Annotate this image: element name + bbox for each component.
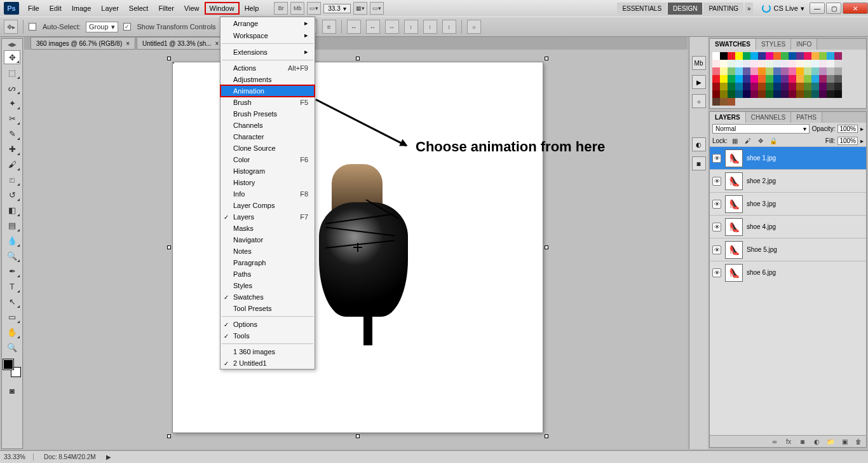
layer-thumbnail[interactable]: 👠 — [725, 149, 743, 167]
swatch[interactable] — [735, 67, 743, 75]
swatch[interactable] — [781, 75, 789, 83]
swatch[interactable] — [789, 52, 796, 60]
swatch[interactable] — [766, 90, 773, 98]
canvas-area[interactable] — [24, 50, 688, 449]
swatch[interactable] — [743, 90, 750, 98]
menu-item-options[interactable]: Options — [220, 319, 315, 330]
collapse-icon[interactable]: ◀▶ — [8, 41, 17, 48]
brush-tool[interactable]: 🖌 — [4, 157, 20, 171]
gradient-tool[interactable]: ▤ — [4, 218, 20, 232]
swatch[interactable] — [781, 90, 789, 98]
swatch[interactable] — [819, 90, 827, 98]
history-dock-icon[interactable]: ▶ — [692, 75, 706, 89]
swatch[interactable] — [750, 60, 758, 67]
move-tool[interactable]: ✥ — [4, 50, 20, 64]
layer-row[interactable]: 👁👠shoe 4.jpg — [710, 215, 866, 238]
visibility-icon[interactable]: 👁 — [712, 245, 721, 254]
menu-item-navigator[interactable]: Navigator — [220, 234, 315, 245]
swatch[interactable] — [827, 67, 834, 75]
swatch[interactable] — [811, 67, 819, 75]
menu-select[interactable]: Select — [124, 2, 154, 15]
swatch[interactable] — [796, 90, 804, 98]
swatch[interactable] — [804, 67, 811, 75]
menu-item-paths[interactable]: Paths — [220, 268, 315, 280]
workspace-essentials[interactable]: ESSENTIALS — [617, 3, 667, 15]
swatch[interactable] — [811, 52, 819, 60]
menu-item-layers[interactable]: LayersF7 — [220, 211, 315, 223]
lasso-tool[interactable]: ᔕ — [4, 81, 20, 95]
swatch[interactable] — [735, 52, 743, 60]
swatch[interactable] — [728, 83, 735, 90]
swatch[interactable] — [728, 90, 735, 98]
swatch[interactable] — [796, 75, 804, 83]
autoselect-dropdown[interactable]: Group▾ — [86, 22, 118, 32]
menu-view[interactable]: View — [179, 2, 205, 15]
minibridge-icon[interactable]: Mb — [290, 2, 304, 15]
swatch[interactable] — [773, 83, 781, 90]
layer-thumbnail[interactable]: 👠 — [725, 172, 743, 190]
swatch[interactable] — [781, 52, 789, 60]
lock-pixels-icon[interactable]: 🖌 — [743, 136, 753, 145]
swatch[interactable] — [743, 52, 750, 60]
swatch[interactable] — [728, 52, 735, 60]
fill-input[interactable]: 100% — [837, 137, 858, 145]
layer-thumbnail[interactable]: 👠 — [725, 264, 743, 282]
zoom-tool[interactable]: 🔍 — [4, 340, 20, 354]
arrange-docs-icon[interactable]: ▦▾ — [353, 2, 367, 15]
swatch[interactable] — [750, 75, 758, 83]
zoom-dropdown[interactable]: 33.3▾ — [323, 4, 350, 13]
swatch[interactable] — [720, 60, 728, 67]
minibridge-dock-icon[interactable]: Mb — [692, 56, 706, 70]
panel-tab-paths[interactable]: PATHS — [791, 112, 822, 123]
eyedropper-tool[interactable]: ✎ — [4, 127, 20, 141]
link-layers-icon[interactable]: ∞ — [770, 437, 780, 446]
swatch[interactable] — [743, 67, 750, 75]
maximize-button[interactable]: ▢ — [826, 3, 841, 14]
swatch[interactable] — [758, 90, 766, 98]
doc-tab[interactable]: Untitled1 @ 33.3% (sh...× — [137, 37, 224, 50]
swatch[interactable] — [781, 60, 789, 67]
swatch[interactable] — [773, 67, 781, 75]
distribute-icon[interactable]: ↔ — [347, 20, 361, 34]
menu-item-adjustments[interactable]: Adjustments — [220, 74, 315, 85]
swatch[interactable] — [796, 60, 804, 67]
lock-all-icon[interactable]: 🔒 — [768, 136, 778, 145]
swatch[interactable] — [811, 83, 819, 90]
swatch[interactable] — [827, 52, 834, 60]
minimize-button[interactable]: — — [810, 3, 825, 14]
swatch[interactable] — [766, 83, 773, 90]
swatch[interactable] — [758, 67, 766, 75]
swatch[interactable] — [735, 60, 743, 67]
swatch[interactable] — [804, 52, 811, 60]
workspace-painting[interactable]: PAINTING — [703, 3, 743, 15]
swatch[interactable] — [758, 60, 766, 67]
swatch[interactable] — [758, 75, 766, 83]
swatch[interactable] — [781, 83, 789, 90]
swatch[interactable] — [827, 90, 834, 98]
auto-align-icon[interactable]: ⟐ — [467, 20, 481, 34]
swatch[interactable] — [712, 52, 720, 60]
layer-mask-icon[interactable]: ◙ — [797, 437, 808, 446]
swatch[interactable] — [811, 60, 819, 67]
group-icon[interactable]: 📁 — [825, 437, 836, 446]
workspace-more[interactable]: » — [745, 3, 754, 15]
marquee-tool[interactable]: ⬚ — [4, 66, 20, 79]
menu-item-brush[interactable]: BrushF5 — [220, 97, 315, 108]
swatch[interactable] — [789, 83, 796, 90]
swatch[interactable] — [766, 60, 773, 67]
swatch[interactable] — [750, 52, 758, 60]
dock-icon[interactable]: ⟐ — [692, 94, 706, 108]
menu-item-workspace[interactable]: Workspace▸ — [220, 29, 315, 41]
swatch[interactable] — [796, 52, 804, 60]
panel-tab-layers[interactable]: LAYERS — [710, 112, 746, 123]
history-brush-tool[interactable]: ↺ — [4, 188, 20, 202]
type-tool[interactable]: T — [4, 279, 20, 293]
swatch[interactable] — [743, 83, 750, 90]
screenmode-icon[interactable]: ▭▾ — [307, 2, 321, 15]
visibility-icon[interactable]: 👁 — [712, 223, 721, 232]
close-button[interactable]: ✕ — [843, 3, 868, 14]
swatch[interactable] — [720, 98, 728, 106]
screen-icon[interactable]: ▭▾ — [370, 2, 384, 15]
swatch[interactable] — [819, 75, 827, 83]
visibility-icon[interactable]: 👁 — [712, 268, 721, 277]
